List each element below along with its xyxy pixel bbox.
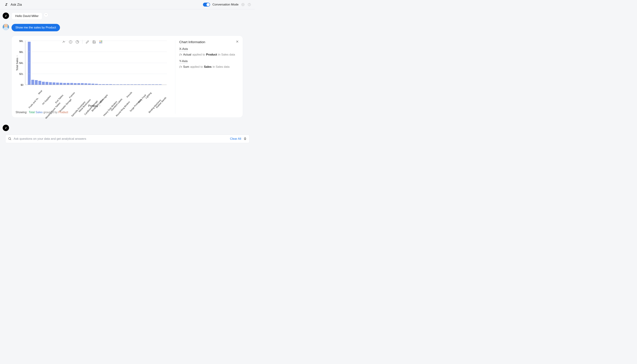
svg-point-12 — [9, 138, 11, 140]
microphone-icon[interactable] — [243, 137, 247, 141]
chart-bar[interactable] — [67, 83, 70, 85]
chart-plot — [25, 41, 167, 85]
bot-greeting-row: Z Hello David Miller — [3, 12, 252, 20]
chart-bar[interactable] — [145, 84, 147, 85]
chart-bar[interactable] — [60, 83, 63, 85]
chart-bar[interactable] — [84, 83, 87, 85]
chart-bar[interactable] — [31, 80, 34, 85]
chart-bar[interactable] — [106, 84, 109, 85]
y-axis-heading: Y-Axis — [179, 60, 188, 64]
query-input[interactable] — [14, 137, 230, 140]
fx-icon: ƒx — [179, 65, 182, 68]
chart-bar[interactable] — [35, 80, 38, 85]
expand-greeting-button[interactable] — [44, 12, 48, 17]
bot-greeting-bubble: Hello David Miller — [12, 12, 42, 20]
chart-bar[interactable] — [138, 84, 140, 85]
chart-area: Total Sales $8L$6L$4L$2L$0 — [16, 41, 173, 85]
chart-bar[interactable] — [155, 84, 158, 85]
chart-bar[interactable] — [56, 82, 59, 85]
user-query-bubble: Show me the sales by Product — [12, 24, 60, 31]
chart-bar[interactable] — [77, 83, 80, 85]
chart-info-panel: Chart Information X-Axis ƒx Actual appli… — [175, 40, 239, 114]
conversation-mode-label: Conversation Mode — [213, 3, 239, 6]
close-icon[interactable] — [236, 40, 239, 44]
chart-bar[interactable] — [102, 84, 105, 85]
x-tick-label: Art Supplies — [42, 95, 52, 105]
x-tick-label: Heavy Duty Binders — [103, 100, 118, 116]
chart-bar[interactable] — [46, 82, 48, 85]
x-tick-label: Baby Food — [138, 94, 147, 104]
chart-bar[interactable] — [109, 84, 112, 85]
chart-bar[interactable] — [81, 83, 84, 85]
zia-followup-avatar: Z — [3, 125, 9, 131]
user-avatar-icon — [3, 24, 9, 30]
chart-bar[interactable] — [99, 84, 101, 85]
chart-card: Total Sales $8L$6L$4L$2L$0 Fruits and Ve… — [12, 36, 243, 118]
x-axis-description: ƒx Actual applied to Product in Sales da… — [179, 53, 239, 56]
x-tick-label: Pencils — [126, 91, 133, 98]
x-tick-label: Meat — [38, 90, 43, 95]
chart-bar[interactable] — [74, 83, 77, 85]
chart-bar[interactable] — [120, 84, 123, 85]
chart-bar[interactable] — [53, 82, 55, 85]
response-row: Total Sales $8L$6L$4L$2L$0 Fruits and Ve… — [3, 36, 252, 118]
svg-rect-14 — [245, 137, 246, 139]
conversation-mode-toggle[interactable] — [203, 3, 210, 6]
svg-point-0 — [243, 4, 244, 5]
chart-bar[interactable] — [152, 84, 155, 85]
help-icon[interactable] — [247, 3, 251, 6]
chevron-down-icon — [16, 55, 19, 57]
chart-bar[interactable] — [28, 42, 31, 85]
chart-bar[interactable] — [127, 84, 130, 85]
search-icon — [8, 137, 12, 141]
x-tick-label: Frames — [69, 92, 76, 99]
fx-icon: ƒx — [179, 53, 182, 56]
x-axis-heading: X-Axis — [179, 47, 188, 51]
clear-all-button[interactable]: Clear All — [230, 137, 241, 140]
chart-bar[interactable] — [49, 82, 52, 85]
y-axis-description: ƒx Sum applied to Sales in Sales data — [179, 65, 239, 68]
chart-bar[interactable] — [159, 84, 162, 85]
chart-bar[interactable] — [134, 84, 137, 85]
info-panel-title: Chart Information — [179, 40, 205, 44]
chart-bar[interactable] — [39, 81, 41, 85]
y-axis-label[interactable]: Total Sales — [16, 55, 19, 70]
y-axis-ticks: $8L$6L$4L$2L$0 — [19, 41, 23, 85]
chart-bar[interactable] — [141, 84, 144, 85]
chart-bar[interactable] — [130, 84, 133, 85]
zia-avatar-icon: Z — [3, 125, 9, 131]
chart-bar[interactable] — [63, 83, 66, 85]
chart-bar[interactable] — [95, 84, 98, 85]
chart-bar[interactable] — [88, 84, 91, 85]
chart-bar[interactable] — [116, 84, 119, 85]
query-input-bar: Clear All — [5, 134, 250, 143]
chart-bar[interactable] — [92, 84, 94, 85]
user-query-row: Show me the sales by Product — [3, 24, 252, 31]
zia-avatar-icon: Z — [3, 12, 9, 19]
chart-bar[interactable] — [42, 82, 45, 85]
zia-logo-icon: Z — [4, 3, 9, 6]
chart-bar[interactable] — [70, 83, 73, 85]
svg-line-13 — [10, 139, 11, 140]
app-header: Z Ask Zia Conversation Mode — [0, 0, 255, 9]
conversation-area: Z Hello David Miller Show me the sales b… — [0, 9, 255, 118]
settings-icon[interactable] — [241, 3, 245, 6]
chart-bar[interactable] — [113, 84, 116, 85]
x-tick-label: Beverages — [100, 94, 108, 103]
chart-bar[interactable] — [123, 84, 126, 85]
x-axis-ticks: Fruits and Ve..MeatArt SuppliesMeeting R… — [31, 85, 173, 104]
chart-bar[interactable] — [148, 84, 151, 85]
chevron-down-icon — [45, 14, 47, 16]
x-tick-label: Specialty Envelopes — [71, 101, 86, 117]
app-title: Ask Zia — [11, 3, 22, 6]
